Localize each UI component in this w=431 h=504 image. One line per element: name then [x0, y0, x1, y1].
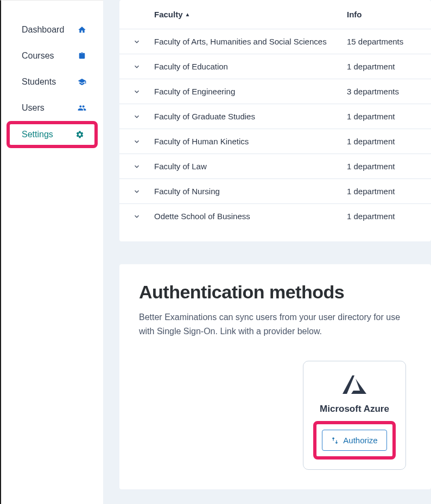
faculty-header-label: Faculty — [154, 10, 183, 19]
sidebar: Dashboard Courses Students Users — [0, 0, 103, 504]
clipboard-icon — [77, 52, 87, 60]
sync-icon — [331, 437, 339, 444]
table-row[interactable]: Faculty of Engineering 3 departments — [119, 79, 431, 104]
expand-toggle[interactable] — [119, 163, 154, 170]
table-row[interactable]: Faculty of Education 1 department — [119, 54, 431, 79]
sidebar-item-courses[interactable]: Courses — [1, 43, 103, 69]
authorize-highlight: Authorize — [313, 421, 395, 460]
info-header-label: Info — [347, 10, 362, 19]
chevron-down-icon — [133, 138, 141, 145]
faculty-table-card: Faculty ▲ Info Faculty of Arts, Humaniti… — [119, 0, 431, 241]
table-row[interactable]: Faculty of Law 1 department — [119, 154, 431, 178]
faculty-name-cell: Faculty of Arts, Humanities and Social S… — [154, 37, 347, 46]
faculty-table-header: Faculty ▲ Info — [119, 0, 431, 29]
chevron-down-icon — [133, 163, 141, 170]
faculty-info-cell: 1 department — [347, 187, 395, 196]
gear-icon — [75, 130, 85, 139]
faculty-name-cell: Faculty of Education — [154, 62, 347, 71]
chevron-down-icon — [133, 38, 141, 46]
sidebar-item-label: Students — [22, 77, 77, 87]
users-icon — [77, 104, 87, 112]
faculty-info-cell: 15 departments — [347, 37, 403, 46]
chevron-down-icon — [133, 63, 141, 71]
chevron-down-icon — [133, 188, 141, 195]
table-row[interactable]: Faculty of Arts, Humanities and Social S… — [119, 29, 431, 54]
chevron-down-icon — [133, 213, 141, 220]
expand-toggle[interactable] — [119, 113, 154, 120]
expand-toggle[interactable] — [119, 63, 154, 71]
table-row[interactable]: Faculty of Human Kinetics 1 department — [119, 129, 431, 154]
sidebar-item-users[interactable]: Users — [1, 95, 103, 121]
faculty-name-cell: Faculty of Graduate Studies — [154, 112, 347, 121]
table-row[interactable]: Odette School of Business 1 department — [119, 203, 431, 228]
faculty-info-cell: 1 department — [347, 162, 395, 171]
azure-icon — [310, 374, 399, 396]
sidebar-item-label: Courses — [22, 51, 77, 61]
expand-toggle[interactable] — [119, 138, 154, 145]
sidebar-item-students[interactable]: Students — [1, 69, 103, 95]
home-icon — [77, 25, 87, 34]
main-content: Faculty ▲ Info Faculty of Arts, Humaniti… — [103, 0, 431, 504]
sidebar-item-label: Dashboard — [22, 25, 77, 35]
sort-asc-icon: ▲ — [185, 11, 191, 17]
faculty-info-cell: 1 department — [347, 62, 395, 71]
authorize-button[interactable]: Authorize — [322, 430, 386, 451]
table-row[interactable]: Faculty of Graduate Studies 1 department — [119, 104, 431, 129]
auth-description: Better Examinations can sync users from … — [139, 310, 411, 338]
authentication-methods-card: Authentication methods Better Examinatio… — [119, 264, 431, 489]
expand-toggle[interactable] — [119, 188, 154, 195]
faculty-column-header[interactable]: Faculty ▲ — [154, 10, 347, 19]
faculty-name-cell: Faculty of Nursing — [154, 187, 347, 196]
faculty-name-cell: Faculty of Engineering — [154, 87, 347, 96]
expand-toggle[interactable] — [119, 38, 154, 46]
sidebar-item-label: Settings — [22, 130, 75, 139]
faculty-name-cell: Faculty of Law — [154, 162, 347, 171]
info-column-header[interactable]: Info — [347, 10, 362, 19]
sidebar-item-label: Users — [22, 103, 77, 113]
faculty-info-cell: 3 departments — [347, 87, 399, 96]
auth-provider-azure: Microsoft Azure Authorize — [303, 361, 406, 470]
table-row[interactable]: Faculty of Nursing 1 department — [119, 178, 431, 203]
authorize-label: Authorize — [343, 436, 377, 445]
sidebar-item-settings[interactable]: Settings — [7, 121, 98, 148]
student-icon — [77, 78, 87, 86]
chevron-down-icon — [133, 88, 141, 95]
chevron-down-icon — [133, 113, 141, 120]
expand-toggle[interactable] — [119, 88, 154, 95]
sidebar-item-dashboard[interactable]: Dashboard — [1, 17, 103, 43]
expand-toggle[interactable] — [119, 213, 154, 220]
auth-title: Authentication methods — [139, 282, 411, 303]
faculty-info-cell: 1 department — [347, 137, 395, 146]
faculty-info-cell: 1 department — [347, 212, 395, 221]
faculty-name-cell: Faculty of Human Kinetics — [154, 137, 347, 146]
faculty-info-cell: 1 department — [347, 112, 395, 121]
faculty-name-cell: Odette School of Business — [154, 212, 347, 221]
provider-name: Microsoft Azure — [310, 404, 399, 414]
